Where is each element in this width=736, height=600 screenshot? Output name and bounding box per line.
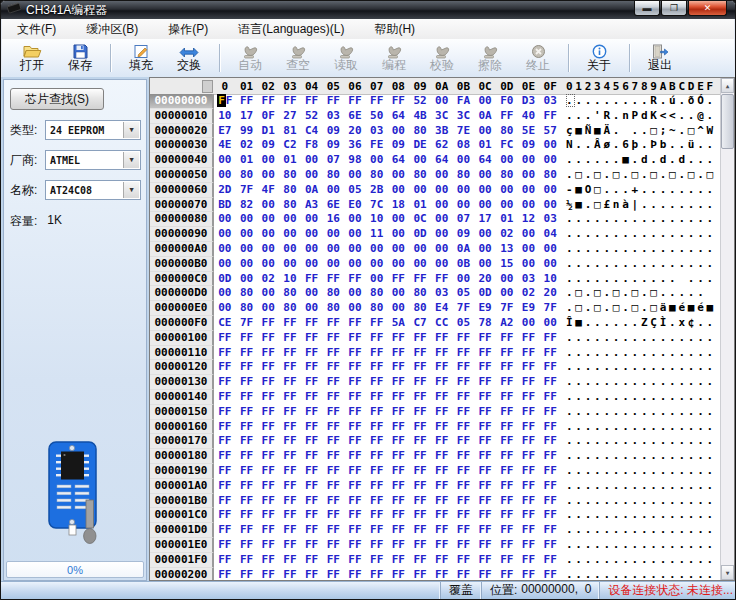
hex-byte[interactable]: 00 — [236, 257, 258, 272]
hex-byte[interactable]: FF — [409, 523, 431, 538]
hex-byte[interactable]: 10 — [539, 272, 561, 287]
hex-byte[interactable]: FF — [214, 331, 236, 346]
hex-byte[interactable]: FF — [409, 464, 431, 479]
hex-byte[interactable]: FF — [344, 553, 366, 568]
hex-byte[interactable]: FF — [539, 449, 561, 464]
hex-byte[interactable]: 02 — [518, 286, 540, 301]
hex-byte[interactable]: 57 — [539, 124, 561, 139]
hex-ascii[interactable]: ................ — [566, 494, 716, 509]
chip-type-select[interactable]: 24 EEPROM ▼ — [45, 120, 141, 140]
menu-item[interactable]: 操作(P) — [153, 19, 223, 39]
hex-byte[interactable]: FF — [366, 360, 388, 375]
hex-byte[interactable]: FF — [539, 538, 561, 553]
hex-byte[interactable]: 2D — [214, 183, 236, 198]
hex-byte[interactable]: FF — [539, 434, 561, 449]
hex-ascii[interactable]: ................ — [566, 523, 716, 538]
hex-byte[interactable]: 80 — [236, 168, 258, 183]
hex-byte[interactable]: FF — [431, 538, 453, 553]
hex-byte[interactable]: FF — [518, 346, 540, 361]
hex-byte[interactable]: FF — [388, 94, 410, 109]
hex-ascii[interactable]: .□.□.□.□.□ä■é■é■ — [566, 301, 716, 316]
hex-byte[interactable]: 00 — [214, 168, 236, 183]
hex-byte[interactable]: FF — [236, 479, 258, 494]
hex-ascii[interactable]: ................ — [566, 553, 716, 568]
hex-byte[interactable]: FF — [474, 390, 496, 405]
hex-byte[interactable]: FF — [453, 494, 475, 509]
hex-byte[interactable]: FF — [322, 390, 344, 405]
hex-byte[interactable]: 09 — [518, 138, 540, 153]
hex-byte[interactable]: 80 — [366, 301, 388, 316]
hex-byte[interactable]: FF — [366, 494, 388, 509]
hex-byte[interactable]: 3B — [431, 124, 453, 139]
hex-byte[interactable]: FF — [301, 538, 323, 553]
hex-ascii[interactable]: ................ — [566, 479, 716, 494]
hex-byte[interactable]: E0 — [344, 198, 366, 213]
chevron-down-icon[interactable]: ▼ — [123, 152, 139, 168]
hex-byte[interactable]: FF — [388, 434, 410, 449]
hex-byte[interactable]: FF — [257, 405, 279, 420]
hex-byte[interactable]: FF — [366, 420, 388, 435]
hex-byte[interactable]: 99 — [236, 124, 258, 139]
hex-byte[interactable]: FF — [518, 420, 540, 435]
hex-byte[interactable]: FF — [539, 390, 561, 405]
hex-byte[interactable]: FF — [496, 449, 518, 464]
hex-byte[interactable]: FF — [518, 360, 540, 375]
hex-byte[interactable]: BD — [214, 198, 236, 213]
hex-byte[interactable]: FF — [301, 375, 323, 390]
hex-byte[interactable]: 00 — [257, 227, 279, 242]
hex-byte[interactable]: 00 — [518, 227, 540, 242]
hex-byte[interactable]: FF — [409, 390, 431, 405]
hex-byte[interactable]: FF — [518, 331, 540, 346]
hex-byte[interactable]: FF — [301, 568, 323, 581]
hex-byte[interactable]: 00 — [279, 227, 301, 242]
hex-byte[interactable]: FF — [279, 346, 301, 361]
hex-byte[interactable]: 52 — [409, 94, 431, 109]
hex-byte[interactable]: FF — [496, 405, 518, 420]
hex-byte[interactable]: 00 — [257, 153, 279, 168]
hex-ascii[interactable]: ......■.d.d.d... — [566, 153, 716, 168]
hex-byte[interactable]: FF — [279, 375, 301, 390]
hex-byte[interactable]: 64 — [388, 109, 410, 124]
hex-byte[interactable]: 81 — [279, 124, 301, 139]
hex-byte[interactable]: FF — [539, 508, 561, 523]
hex-byte[interactable]: FF — [366, 375, 388, 390]
hex-byte[interactable]: 0F — [257, 109, 279, 124]
hex-ascii[interactable]: ................ — [566, 242, 716, 257]
hex-byte[interactable]: 0B — [453, 257, 475, 272]
hex-byte[interactable]: FF — [236, 94, 258, 109]
hex-byte[interactable]: FF — [322, 94, 344, 109]
hex-byte[interactable]: FF — [431, 479, 453, 494]
hex-byte[interactable]: FF — [322, 479, 344, 494]
hex-byte[interactable]: 4E — [214, 138, 236, 153]
hex-byte[interactable]: FF — [301, 464, 323, 479]
hex-byte[interactable]: FF — [214, 449, 236, 464]
hex-byte[interactable]: FF — [453, 331, 475, 346]
hex-byte[interactable]: 08 — [453, 138, 475, 153]
hex-ascii[interactable]: .□.□.□.□.□.□.□.□ — [566, 168, 716, 183]
hex-byte[interactable]: FF — [344, 316, 366, 331]
hex-byte[interactable]: FF — [236, 464, 258, 479]
hex-byte[interactable]: FF — [388, 375, 410, 390]
hex-byte[interactable]: 00 — [388, 212, 410, 227]
hex-byte[interactable]: FF — [388, 568, 410, 581]
hex-byte[interactable]: FF — [279, 94, 301, 109]
hex-byte[interactable]: FF — [496, 420, 518, 435]
hex-byte[interactable]: 00 — [344, 227, 366, 242]
hex-byte[interactable]: FF — [366, 568, 388, 581]
menu-item[interactable]: 文件(F) — [2, 19, 71, 39]
hex-byte[interactable]: 03 — [366, 124, 388, 139]
hex-byte[interactable]: F8 — [301, 138, 323, 153]
hex-byte[interactable]: FF — [257, 449, 279, 464]
hex-byte[interactable]: FF — [539, 109, 561, 124]
hex-byte[interactable]: FF — [301, 420, 323, 435]
hex-byte[interactable]: 00 — [409, 183, 431, 198]
hex-byte[interactable]: FF — [518, 464, 540, 479]
hex-byte[interactable]: FF — [301, 449, 323, 464]
hex-byte[interactable]: FF — [518, 508, 540, 523]
hex-byte[interactable]: 00 — [301, 168, 323, 183]
hex-byte[interactable]: FF — [431, 464, 453, 479]
hex-byte[interactable]: FF — [301, 523, 323, 538]
hex-byte[interactable]: FF — [409, 346, 431, 361]
hex-byte[interactable]: 00 — [518, 183, 540, 198]
scroll-up-icon[interactable]: ▲ — [721, 78, 734, 93]
